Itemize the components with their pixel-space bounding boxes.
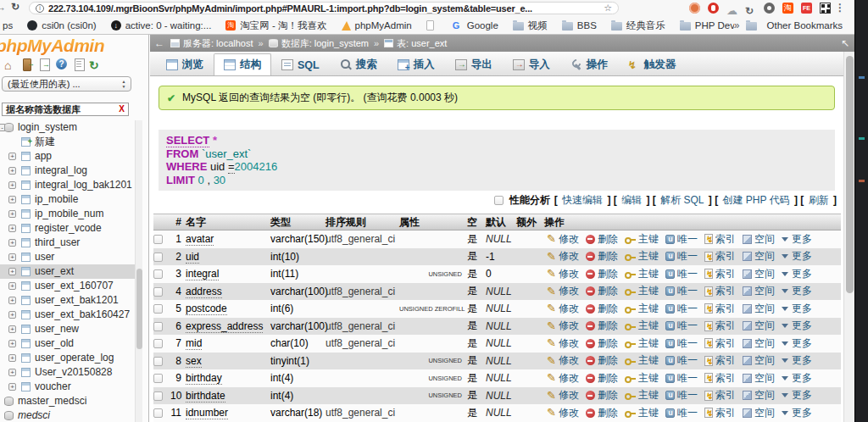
index-action[interactable]: 索引: [704, 388, 736, 403]
spatial-action[interactable]: 空间: [743, 302, 775, 316]
tree-expander-icon[interactable]: +: [8, 225, 16, 232]
forward-icon[interactable]: →: [0, 1, 6, 14]
sidebar-item-user-operate-log[interactable]: +user_operate_log: [0, 351, 136, 365]
tab-export[interactable]: 导出: [445, 53, 503, 75]
db-filter-input[interactable]: 据名称筛选数据库 X: [2, 103, 129, 116]
key-action[interactable]: 主键: [625, 302, 659, 316]
sidebar-item-user-ext-160707[interactable]: +user_ext_160707: [0, 279, 136, 293]
tree-expander-icon[interactable]: +: [8, 268, 16, 275]
more-action[interactable]: 更多: [782, 284, 812, 298]
key-action[interactable]: 主键: [625, 371, 659, 386]
row-checkbox[interactable]: [153, 235, 163, 244]
spatial-action[interactable]: 空间: [743, 232, 775, 247]
breadcrumb-database[interactable]: 数据库: login_system: [281, 35, 369, 52]
tree-expander-icon[interactable]: +: [8, 383, 16, 391]
more-action[interactable]: 更多: [782, 232, 812, 247]
qrcode-extension-icon[interactable]: [820, 3, 831, 14]
sidebar-item-user-ext[interactable]: +user_ext: [0, 264, 136, 279]
row-checkbox[interactable]: [153, 253, 163, 262]
unique-action[interactable]: 唯一: [665, 371, 698, 386]
sidebar-item-user-old[interactable]: +user_old: [0, 336, 136, 351]
pencil-action[interactable]: 修改: [547, 284, 579, 298]
sidebar-item-ip-mobile-num[interactable]: +ip_mobile_num: [0, 207, 136, 221]
bookmark-item-phpmyadmin[interactable]: phpMyAdmin: [342, 20, 412, 31]
tree-expander-icon[interactable]: +: [8, 210, 16, 218]
sync-extension-icon[interactable]: [745, 3, 756, 14]
index-action[interactable]: 索引: [704, 319, 736, 333]
home-icon[interactable]: [4, 58, 18, 70]
browser-menu-icon[interactable]: ⋮: [835, 2, 845, 14]
sidebar-item-app[interactable]: +app: [0, 149, 136, 164]
delete-action[interactable]: 删除: [586, 284, 618, 298]
delete-action[interactable]: 删除: [586, 353, 618, 368]
index-action[interactable]: 索引: [704, 353, 736, 368]
sidebar-item-integral-log-bak1201[interactable]: +integral_log_bak1201: [0, 178, 136, 192]
unique-action[interactable]: 唯一: [665, 284, 698, 298]
sidebar-item-voucher[interactable]: +voucher: [0, 380, 136, 394]
tree-expander-icon[interactable]: +: [8, 311, 16, 319]
spatial-action[interactable]: 空间: [743, 388, 775, 403]
tree-expander-icon[interactable]: +: [8, 181, 16, 189]
spatial-action[interactable]: 空间: [743, 284, 775, 298]
more-action[interactable]: 更多: [782, 406, 812, 420]
sidebar-item-user-new[interactable]: +user_new: [0, 322, 136, 336]
sidebar-item-master-medsci[interactable]: master_medsci: [0, 394, 136, 408]
key-action[interactable]: 主键: [625, 232, 659, 247]
bookmark-item-apps[interactable]: ps: [3, 20, 13, 31]
unique-action[interactable]: 唯一: [665, 319, 698, 333]
more-action[interactable]: 更多: [782, 388, 812, 403]
index-action[interactable]: 索引: [704, 267, 736, 281]
query-link-快速编辑[interactable]: 快速编辑: [562, 194, 603, 206]
bookmark-star-icon[interactable]: ☆: [604, 3, 612, 14]
row-checkbox[interactable]: [153, 408, 163, 418]
key-action[interactable]: 主键: [625, 336, 659, 351]
cloud-extension-icon[interactable]: [726, 3, 737, 14]
tab-insert[interactable]: 插入: [387, 53, 445, 75]
pencil-action[interactable]: 修改: [547, 232, 579, 247]
pencil-action[interactable]: 修改: [547, 267, 579, 281]
delete-action[interactable]: 删除: [586, 232, 618, 247]
sidebar-item-register-vcode[interactable]: +register_vcode: [0, 221, 136, 236]
fe-extension-icon[interactable]: [801, 3, 812, 14]
tree-expander-icon[interactable]: +: [8, 282, 16, 290]
delete-action[interactable]: 删除: [586, 319, 618, 333]
tab-triggers[interactable]: 触发器: [618, 53, 687, 75]
tab-browse[interactable]: 浏览: [156, 53, 214, 75]
key-action[interactable]: 主键: [625, 284, 659, 298]
row-checkbox[interactable]: [153, 269, 163, 279]
row-checkbox[interactable]: [153, 357, 163, 366]
tab-sql[interactable]: SQL: [271, 53, 330, 75]
index-action[interactable]: 索引: [704, 406, 736, 420]
main-scrollbar[interactable]: [843, 52, 854, 422]
sidebar-item-login-system[interactable]: -login_system: [0, 120, 136, 135]
key-action[interactable]: 主键: [625, 267, 659, 281]
unique-action[interactable]: 唯一: [665, 249, 698, 264]
row-checkbox[interactable]: [153, 339, 163, 348]
spatial-action[interactable]: 空间: [743, 249, 775, 264]
spatial-action[interactable]: 空间: [743, 406, 775, 420]
sidebar-item-new-table[interactable]: 新建: [0, 135, 136, 149]
bookmark-item-folder-video[interactable]: 视频: [513, 19, 548, 32]
breadcrumb-table[interactable]: 表: user_ext: [397, 35, 447, 52]
key-action[interactable]: 主键: [625, 388, 659, 403]
tree-expander-icon[interactable]: +: [8, 196, 16, 203]
bookmark-item-active-waiting[interactable]: active: 0 - waiting:...: [111, 20, 212, 31]
query-link-编辑[interactable]: 编辑: [621, 194, 642, 206]
tree-expander-icon[interactable]: +: [8, 167, 16, 175]
info-icon[interactable]: i: [36, 4, 44, 13]
row-checkbox[interactable]: [153, 374, 163, 383]
bookmarks-overflow-icon[interactable]: »: [734, 19, 740, 31]
spatial-action[interactable]: 空间: [743, 319, 775, 333]
index-action[interactable]: 索引: [704, 371, 736, 386]
delete-action[interactable]: 删除: [586, 388, 618, 403]
pencil-action[interactable]: 修改: [547, 371, 579, 386]
bookmark-item-folder-classic-music[interactable]: 经典音乐: [611, 19, 665, 32]
tab-operations[interactable]: 操作: [560, 53, 618, 75]
taobao-extension-icon[interactable]: [782, 3, 793, 14]
delete-action[interactable]: 删除: [586, 302, 618, 316]
bookmark-item-csi0n[interactable]: csi0n (csi0n): [27, 20, 97, 31]
sidebar-scrollbar[interactable]: [135, 120, 142, 422]
tab-import[interactable]: 导入: [503, 53, 560, 75]
bookmark-item-taobao[interactable]: 淘宝网 - 淘！我喜欢: [225, 19, 326, 32]
bookmark-item-folder-bbs[interactable]: BBS: [562, 20, 597, 31]
